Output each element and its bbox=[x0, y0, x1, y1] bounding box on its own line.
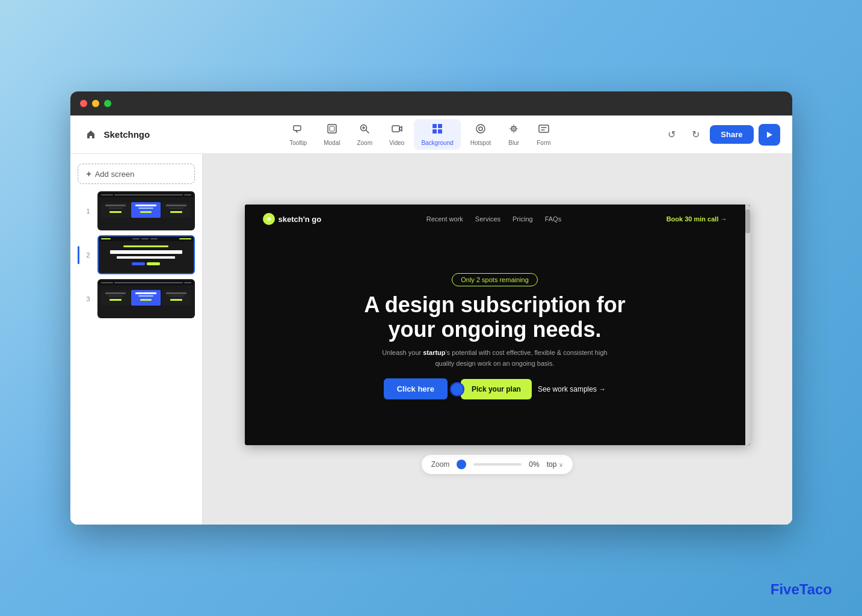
screen-item-2[interactable]: 2 bbox=[78, 235, 195, 274]
zoom-position-label: top bbox=[547, 460, 557, 469]
tool-form[interactable]: Form bbox=[529, 119, 558, 150]
pick-plan-button[interactable]: Pick your plan bbox=[461, 379, 532, 399]
video-label: Video bbox=[389, 140, 404, 146]
close-button[interactable] bbox=[80, 100, 87, 107]
brand-name: Sketchngo bbox=[104, 129, 150, 140]
site-nav-links: Recent work Services Pricing FAQs bbox=[426, 215, 561, 223]
background-icon bbox=[431, 123, 443, 138]
screen-indicator-2 bbox=[78, 246, 79, 264]
tooltip-icon bbox=[292, 123, 304, 138]
zoom-slider-thumb[interactable] bbox=[457, 460, 466, 469]
redo-button[interactable]: ↻ bbox=[686, 125, 705, 144]
site-nav: ✳ sketch'n go Recent work Services Prici… bbox=[245, 205, 745, 233]
canvas-container: ✳ sketch'n go Recent work Services Prici… bbox=[245, 205, 750, 445]
zoom-label: Zoom bbox=[357, 140, 372, 146]
screen-item-3[interactable]: 3 bbox=[78, 279, 195, 318]
main-area: + Add screen 1 bbox=[70, 154, 792, 525]
tool-zoom[interactable]: Zoom bbox=[349, 119, 380, 150]
logo-icon: ✳ bbox=[263, 213, 275, 225]
zoom-position[interactable]: top ∨ bbox=[547, 460, 564, 469]
blur-label: Blur bbox=[508, 140, 519, 146]
nav-link-recent[interactable]: Recent work bbox=[426, 215, 463, 223]
tool-blur[interactable]: Blur bbox=[500, 119, 527, 150]
connector-dot bbox=[450, 382, 464, 396]
screen-thumb-1[interactable] bbox=[97, 191, 195, 230]
zoom-bar: Zoom 0% top ∨ bbox=[422, 455, 573, 474]
svg-rect-8 bbox=[438, 129, 442, 134]
brand-area: Sketchngo bbox=[82, 126, 179, 143]
screen-number-3: 3 bbox=[84, 295, 93, 303]
svg-rect-1 bbox=[328, 125, 336, 133]
tooltip-label: Tooltip bbox=[289, 140, 307, 146]
svg-rect-2 bbox=[330, 126, 334, 131]
undo-button[interactable]: ↺ bbox=[662, 125, 681, 144]
canvas-inner: ✳ sketch'n go Recent work Services Prici… bbox=[245, 205, 745, 445]
site-nav-cta[interactable]: Book 30 min call → bbox=[667, 215, 727, 223]
scrollbar-thumb[interactable] bbox=[745, 209, 750, 233]
fullscreen-button[interactable] bbox=[104, 100, 111, 107]
tool-modal[interactable]: Modal bbox=[316, 119, 347, 150]
video-icon bbox=[391, 123, 403, 138]
nav-link-faqs[interactable]: FAQs bbox=[545, 215, 562, 223]
modal-icon bbox=[326, 123, 338, 138]
screen-thumb-2[interactable] bbox=[97, 235, 195, 274]
scrollbar[interactable] bbox=[745, 205, 750, 445]
modal-label: Modal bbox=[324, 140, 340, 146]
screen-thumb-3[interactable] bbox=[97, 279, 195, 318]
hero-title: A design subscription for your ongoing n… bbox=[364, 292, 626, 342]
title-bar bbox=[70, 91, 792, 116]
screen-number-1: 1 bbox=[84, 208, 93, 215]
svg-rect-6 bbox=[438, 124, 442, 128]
hero-buttons: Click here Pick your plan See work sampl… bbox=[384, 378, 606, 399]
nav-link-services[interactable]: Services bbox=[475, 215, 500, 223]
svg-rect-4 bbox=[392, 126, 399, 132]
tool-tooltip[interactable]: Tooltip bbox=[282, 119, 314, 150]
toolbar: Sketchngo Tooltip Modal bbox=[70, 116, 792, 154]
tool-background[interactable]: Background bbox=[414, 119, 460, 150]
tool-hotspot[interactable]: Hotspot bbox=[463, 119, 498, 150]
site-logo: ✳ sketch'n go bbox=[263, 213, 322, 225]
tool-video[interactable]: Video bbox=[382, 119, 411, 150]
browser-window: Sketchngo Tooltip Modal bbox=[70, 91, 792, 525]
spots-badge: Only 2 spots remaining bbox=[452, 273, 538, 286]
toolbar-actions: ↺ ↻ Share bbox=[662, 124, 780, 146]
screen-item-1[interactable]: 1 bbox=[78, 191, 195, 230]
work-samples-button[interactable]: See work samples → bbox=[538, 385, 606, 393]
add-screen-button[interactable]: + Add screen bbox=[78, 164, 195, 184]
app-content: Sketchngo Tooltip Modal bbox=[70, 116, 792, 525]
svg-rect-5 bbox=[433, 124, 437, 128]
blur-icon bbox=[508, 123, 520, 138]
hotspot-icon bbox=[475, 123, 487, 138]
click-here-button[interactable]: Click here bbox=[384, 378, 448, 399]
background-label: Background bbox=[421, 140, 453, 146]
hero-subtitle: Unleash your startup's potential with co… bbox=[375, 348, 615, 369]
site-logo-text: sketch'n go bbox=[279, 215, 322, 224]
zoom-slider-track[interactable] bbox=[473, 463, 522, 466]
hero-title-line1: A design subscription for bbox=[364, 292, 626, 317]
zoom-text-label: Zoom bbox=[431, 460, 450, 469]
form-label: Form bbox=[537, 140, 550, 146]
zoom-chevron-icon: ∨ bbox=[559, 461, 563, 468]
hero-title-line2: your ongoing needs. bbox=[388, 317, 601, 342]
nav-link-pricing[interactable]: Pricing bbox=[513, 215, 533, 223]
plus-icon: + bbox=[87, 169, 91, 179]
svg-point-10 bbox=[479, 127, 482, 131]
add-screen-label: Add screen bbox=[95, 170, 135, 179]
hotspot-label: Hotspot bbox=[470, 140, 491, 146]
home-icon[interactable] bbox=[82, 126, 99, 143]
toolbar-tools: Tooltip Modal Zoom bbox=[179, 119, 662, 150]
screen-number-2: 2 bbox=[84, 251, 93, 259]
form-icon bbox=[538, 123, 550, 138]
svg-rect-0 bbox=[294, 126, 301, 131]
canvas-frame: ✳ sketch'n go Recent work Services Prici… bbox=[245, 205, 750, 445]
zoom-icon bbox=[359, 123, 371, 138]
svg-rect-7 bbox=[433, 129, 437, 134]
screens-list: 1 bbox=[78, 191, 195, 318]
play-button[interactable] bbox=[759, 124, 780, 146]
canvas-area: ✳ sketch'n go Recent work Services Prici… bbox=[203, 154, 792, 525]
minimize-button[interactable] bbox=[92, 100, 99, 107]
zoom-percentage: 0% bbox=[529, 460, 539, 469]
fivetaco-brand: FiveTaco bbox=[771, 581, 832, 598]
share-button[interactable]: Share bbox=[710, 125, 753, 144]
svg-rect-12 bbox=[539, 125, 549, 132]
